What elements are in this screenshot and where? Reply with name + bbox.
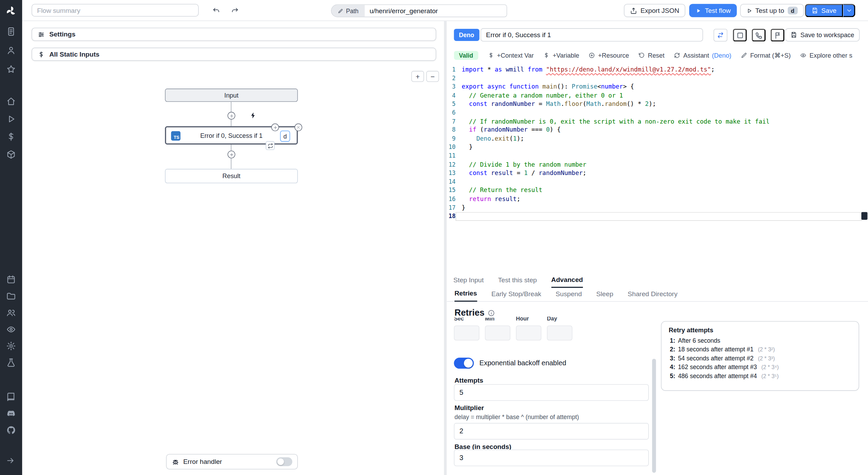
windmill-logo[interactable]	[5, 5, 17, 19]
reset-button[interactable]: Reset	[639, 52, 665, 59]
explore-button[interactable]: Explore other s	[800, 52, 852, 59]
advanced-scrollbar[interactable]	[652, 359, 656, 473]
sidebar-item-calendar[interactable]	[6, 275, 16, 285]
sidebar-item-home[interactable]	[6, 96, 16, 106]
multiplier-input[interactable]	[454, 423, 649, 440]
path-input[interactable]	[365, 5, 507, 16]
flow-summary-input[interactable]	[32, 4, 199, 17]
add-trigger-button[interactable]	[249, 111, 258, 120]
advanced-tab-early-stop-break[interactable]: Early Stop/Break	[491, 290, 541, 301]
advanced-tab-shared-directory[interactable]: Shared Directory	[628, 290, 678, 301]
delete-step-button[interactable]	[294, 124, 302, 131]
zoom-out-button[interactable]: −	[426, 71, 439, 82]
flag-button[interactable]	[770, 29, 784, 42]
code-line[interactable]: 6	[447, 108, 862, 117]
sidebar-item-clipboard[interactable]	[6, 27, 16, 37]
sidebar-collapse-button[interactable]	[6, 456, 16, 466]
panel-splitter[interactable]	[444, 21, 447, 475]
redo-button[interactable]	[227, 5, 241, 17]
code-line[interactable]: 12 // Divide 1 by the random number	[447, 160, 862, 169]
test-flow-button[interactable]: Test flow	[690, 4, 737, 17]
add-variable-button[interactable]: +Variable	[543, 52, 579, 59]
base-input[interactable]	[454, 450, 649, 466]
insert-step-button[interactable]	[271, 124, 279, 131]
app-window: Path Export JSON Test flow Test up to d …	[0, 0, 868, 475]
sidebar-item-github[interactable]	[6, 425, 16, 435]
toggle-diff-button[interactable]	[713, 29, 727, 42]
fullscreen-button[interactable]	[733, 29, 747, 42]
code-line[interactable]: 16 return result;	[447, 195, 862, 203]
add-resource-button[interactable]: +Resource	[589, 52, 629, 59]
sidebar-item-user[interactable]	[6, 45, 16, 56]
advanced-tab-sleep[interactable]: Sleep	[596, 290, 613, 301]
sidebar-item-discord[interactable]	[6, 409, 16, 419]
save-dropdown-button[interactable]	[843, 4, 855, 17]
sidebar-item-book[interactable]	[6, 392, 16, 402]
code-line[interactable]: 15 // Return the result	[447, 186, 862, 195]
rotate-ccw-icon	[639, 52, 645, 59]
save-to-workspace-button[interactable]: Save to workspace	[785, 28, 860, 41]
sidebar-item-users[interactable]	[6, 308, 16, 318]
export-json-button[interactable]: Export JSON	[624, 4, 685, 17]
code-line[interactable]: 5 const randomNumber = Math.floor(Math.r…	[447, 100, 862, 109]
add-step-button[interactable]	[227, 151, 235, 158]
sidebar-item-flask[interactable]	[6, 358, 16, 368]
input-node[interactable]: Input	[165, 89, 298, 102]
attempts-input[interactable]	[454, 384, 649, 401]
code-line[interactable]: 3export async function main(): Promise<n…	[447, 83, 862, 91]
sidebar-item-star[interactable]	[6, 64, 16, 74]
sidebar-nav	[6, 19, 16, 435]
result-node[interactable]: Result	[165, 169, 298, 183]
retry-attempts-list: 1:After 6 seconds2:18 seconds after atte…	[669, 337, 851, 379]
sidebar-item-cube[interactable]	[6, 149, 16, 159]
retry-attempts-panel: Retry attempts 1:After 6 seconds2:18 sec…	[661, 321, 859, 391]
code-line[interactable]: 18	[447, 212, 862, 221]
all-static-inputs-button[interactable]: All Static Inputs	[32, 48, 436, 61]
code-line[interactable]: 2	[447, 74, 862, 83]
sidebar-item-gear[interactable]	[6, 341, 16, 351]
code-line[interactable]: 1import * as wmill from "https://deno.la…	[447, 65, 862, 74]
sidebar-item-play[interactable]	[6, 114, 16, 124]
code-line[interactable]: 8 if (randomNumber === 0) {	[447, 126, 862, 134]
code-line[interactable]: 9 Deno.exit(1);	[447, 134, 862, 143]
cron-sec-input[interactable]	[454, 326, 479, 341]
bug-icon	[172, 458, 179, 466]
cron-hour-input[interactable]	[516, 326, 541, 341]
tab-test-this-step[interactable]: Test this step	[498, 276, 537, 288]
code-line[interactable]: 13 const result = 1 / randomNumber;	[447, 169, 862, 177]
zoom-in-button[interactable]: +	[411, 71, 424, 82]
code-line[interactable]: 7 // If randomNumber is 0, exit the scri…	[447, 117, 862, 126]
exponential-backoff-toggle[interactable]	[454, 358, 474, 369]
flow-settings-button[interactable]: Settings	[32, 28, 436, 41]
advanced-tab-suspend[interactable]: Suspend	[556, 290, 582, 301]
test-up-to-button[interactable]: Test up to d	[740, 4, 804, 17]
assistant-button[interactable]: Assistant(Deno)	[674, 52, 732, 59]
phone-button[interactable]	[752, 29, 766, 42]
advanced-tab-retries[interactable]: Retries	[454, 290, 477, 302]
add-step-button[interactable]	[227, 112, 235, 119]
sidebar-item-dollar[interactable]	[6, 132, 16, 142]
code-line[interactable]: 14	[447, 177, 862, 186]
info-icon[interactable]	[488, 309, 495, 316]
sidebar-item-eye[interactable]	[6, 324, 16, 334]
cron-day-input[interactable]	[547, 326, 572, 341]
test-up-to-label: Test up to	[756, 7, 784, 14]
add-context-var-button[interactable]: +Context Var	[487, 52, 534, 59]
format-button[interactable]: Format (⌘+S)	[741, 51, 791, 59]
tab-advanced[interactable]: Advanced	[551, 276, 583, 288]
error-handler-toggle[interactable]	[276, 457, 292, 466]
editor-scrollbar-thumb[interactable]	[861, 212, 868, 220]
code-line[interactable]: 4 // Generate a random number, either 0 …	[447, 91, 862, 100]
code-line[interactable]: 10 }	[447, 143, 862, 152]
step-name-input[interactable]	[481, 28, 703, 41]
retry-indicator-badge	[266, 141, 275, 150]
code-line[interactable]: 11	[447, 152, 862, 160]
tab-step-input[interactable]: Step Input	[453, 276, 484, 288]
save-button[interactable]: Save	[805, 4, 843, 17]
undo-button[interactable]	[209, 5, 224, 17]
add-context-var-label: +Context Var	[497, 52, 534, 59]
cron-min-input[interactable]	[485, 326, 510, 341]
sidebar-item-folder[interactable]	[6, 291, 16, 301]
code-editor[interactable]: 1import * as wmill from "https://deno.la…	[447, 65, 868, 272]
code-line[interactable]: 17}	[447, 203, 862, 212]
